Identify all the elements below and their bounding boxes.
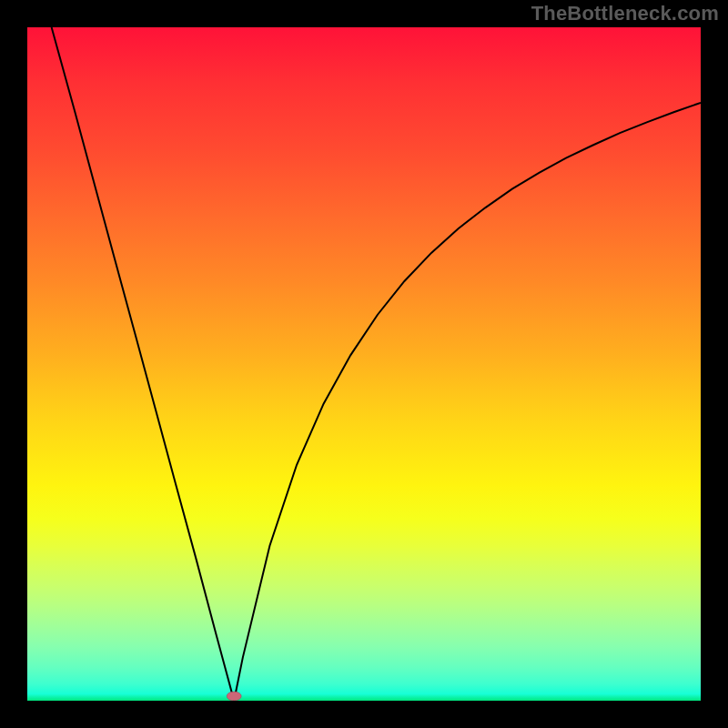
bottleneck-curve [52, 27, 701, 701]
curve-svg [27, 27, 701, 701]
plot-area [27, 27, 701, 701]
chart-frame: TheBottleneck.com [0, 0, 728, 728]
watermark-text: TheBottleneck.com [531, 2, 719, 25]
minimum-marker [227, 692, 241, 701]
